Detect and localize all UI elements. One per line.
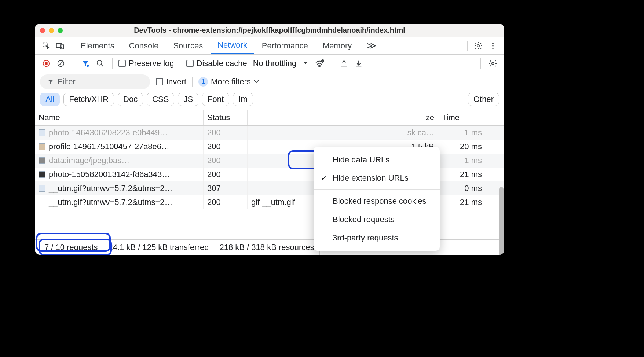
request-status: 200 [204,140,248,154]
tab-network[interactable]: Network [211,37,254,54]
request-status: 307 [204,181,248,195]
upload-har-icon[interactable] [338,57,350,70]
filter-menu-item[interactable]: Blocked response cookies [314,192,440,210]
type-pill-fetchxhr[interactable]: Fetch/XHR [63,93,114,106]
filter-menu-item[interactable]: Hide extension URLs [314,169,440,187]
more-tabs-button[interactable]: ≫ [360,37,383,54]
svg-line-10 [59,61,63,66]
record-button[interactable] [40,57,52,70]
request-time: 21 ms [438,195,486,209]
file-icon [39,143,45,150]
request-name: photo-1464306208223-e0b449… [49,128,168,137]
network-toolbar: Preserve log Disable cache No throttling [35,55,504,72]
status-requests: 7 / 10 requests [39,240,103,255]
close-window-button[interactable] [40,28,45,33]
type-pill-other[interactable]: Other [468,93,499,106]
more-filters-dropdown[interactable]: 1 More filters [198,77,259,87]
request-status: 200 [204,168,248,181]
tab-elements[interactable]: Elements [74,37,121,54]
zoom-window-button[interactable] [58,28,63,33]
download-har-icon[interactable] [352,57,365,70]
minimize-window-button[interactable] [49,28,54,33]
svg-point-4 [492,43,494,44]
type-pill-doc[interactable]: Doc [118,93,143,106]
request-time: 21 ms [438,168,486,181]
disable-cache-checkbox[interactable]: Disable cache [186,59,247,68]
device-toolbar-icon[interactable] [54,40,66,52]
chevron-down-icon [254,80,259,84]
clear-button[interactable] [55,57,67,70]
file-icon [39,129,45,136]
svg-point-16 [492,62,494,65]
svg-rect-1 [56,43,62,47]
tab-memory[interactable]: Memory [316,37,358,54]
type-pill-css[interactable]: CSS [147,93,174,106]
filter-menu-item[interactable]: Hide data URLs [314,151,440,169]
request-name: __utm.gif?utmwv=5.7.2&utms=2… [49,184,173,193]
request-name: photo-1505820013142-f86a343… [49,170,170,179]
svg-rect-8 [45,62,47,65]
tab-sources[interactable]: Sources [167,37,209,54]
status-resources: 218 kB / 318 kB resources [214,240,319,255]
request-time: 20 ms [438,140,486,154]
filter-toggle-icon[interactable] [79,57,92,70]
file-icon [39,171,45,178]
tab-performance[interactable]: Performance [255,37,315,54]
file-icon [39,157,45,164]
status-transferred: 24.1 kB / 125 kB transferred [103,240,215,255]
type-pill-img[interactable]: Im [233,93,253,106]
request-status: 200 [204,126,248,140]
devtools-window: DevTools - chrome-extension://pejkokffka… [35,24,504,255]
svg-point-3 [477,45,479,47]
window-title: DevTools - chrome-extension://pejkokffka… [35,26,504,34]
settings-gear-icon[interactable] [472,40,484,52]
request-table-header: Name Status ze Time [35,110,504,126]
search-icon[interactable] [94,57,106,70]
request-time: 1 ms [438,126,486,140]
type-pill-all[interactable]: All [40,93,60,106]
funnel-icon [47,78,54,85]
resource-type-filters: All Fetch/XHR Doc CSS JS Font Im Other [40,93,499,106]
type-pill-font[interactable]: Font [202,93,229,106]
request-name: profile-1496175100457-27a8e6… [49,142,169,151]
traffic-lights [40,28,63,33]
throttling-select[interactable]: No throttling [253,59,308,68]
request-name: __utm.gif?utmwv=5.7.2&utms=2… [49,198,173,207]
filter-menu-item[interactable]: 3rd-party requests [314,229,440,247]
filter-menu-item[interactable]: Blocked requests [314,210,440,229]
request-status: 200 [204,195,248,209]
preserve-log-checkbox[interactable]: Preserve log [118,59,174,68]
request-time: 1 ms [438,154,486,168]
type-pill-js[interactable]: JS [178,93,198,106]
col-hidden [248,115,372,121]
scrollbar-thumb[interactable] [499,187,504,255]
col-time[interactable]: Time [438,110,486,125]
svg-line-13 [101,64,103,66]
chevron-down-icon [303,62,308,65]
network-conditions-icon[interactable] [313,57,326,70]
svg-point-11 [87,65,89,67]
request-mid [248,130,372,135]
svg-point-6 [492,47,494,49]
request-time: 0 ms [438,181,486,195]
svg-point-12 [97,60,102,65]
col-name[interactable]: Name [35,110,204,125]
filter-bar: Filter Invert 1 More filters All Fetch/X… [35,72,504,110]
request-size: sk ca… [372,126,438,140]
filter-input[interactable]: Filter [40,74,150,89]
file-icon [39,185,45,192]
svg-point-14 [319,65,320,67]
col-size[interactable]: ze [372,110,438,125]
invert-checkbox[interactable]: Invert [156,77,186,87]
request-status: 200 [204,154,248,168]
tab-console[interactable]: Console [122,37,165,54]
titlebar: DevTools - chrome-extension://pejkokffka… [35,24,504,37]
kebab-menu-icon[interactable] [487,40,499,52]
request-name: data:image/jpeg;bas… [49,156,129,165]
more-filters-menu: Hide data URLsHide extension URLsBlocked… [314,147,440,251]
table-row[interactable]: photo-1464306208223-e0b449…200 sk ca…1 m… [35,126,504,140]
main-tabs: Elements Console Sources Network Perform… [35,37,504,55]
network-settings-gear-icon[interactable] [487,57,499,70]
col-status[interactable]: Status [204,110,248,125]
inspect-element-icon[interactable] [40,40,52,52]
